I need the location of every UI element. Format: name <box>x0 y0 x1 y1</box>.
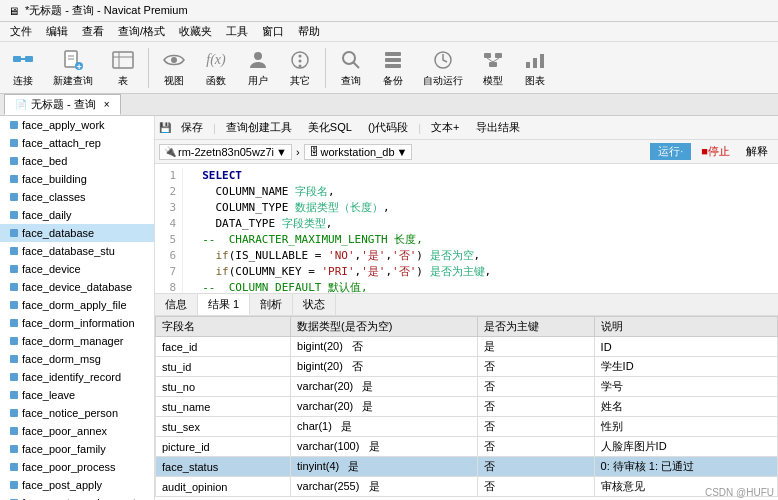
menu-tools[interactable]: 工具 <box>220 22 254 41</box>
sidebar: face_apply_work face_attach_rep face_bed… <box>0 116 155 500</box>
sidebar-item-face-database[interactable]: face_database <box>0 224 154 242</box>
menu-file[interactable]: 文件 <box>4 22 38 41</box>
table-dot-icon <box>10 301 18 309</box>
sidebar-item-face-notice-person[interactable]: face_notice_person <box>0 404 154 422</box>
sidebar-item-face-leave[interactable]: face_leave <box>0 386 154 404</box>
svg-line-18 <box>353 62 359 68</box>
col-header-type: 数据类型(是否为空) <box>291 317 477 337</box>
tab-close-icon[interactable]: × <box>104 99 110 110</box>
toolbar-query-label: 查询 <box>341 74 361 88</box>
cell-primary: 否 <box>477 397 594 417</box>
menu-help[interactable]: 帮助 <box>292 22 326 41</box>
table-row[interactable]: stu_id bigint(20) 否 否 学生ID <box>156 357 778 377</box>
toolbar-backup[interactable]: 备份 <box>374 45 412 91</box>
code-snippet-button[interactable]: ()代码段 <box>362 119 414 136</box>
tab-info[interactable]: 信息 <box>155 294 198 315</box>
table-row[interactable]: stu_no varchar(20) 是 否 学号 <box>156 377 778 397</box>
text-button[interactable]: 文本+ <box>425 119 465 136</box>
menu-favorites[interactable]: 收藏夹 <box>173 22 218 41</box>
query-tab[interactable]: 📄 无标题 - 查询 × <box>4 94 121 115</box>
watermark: CSDN @HUFU <box>705 487 774 498</box>
toolbar-user[interactable]: 用户 <box>239 45 277 91</box>
toolbar-model[interactable]: 模型 <box>474 45 512 91</box>
sidebar-item-face-poor-process[interactable]: face_poor_process <box>0 458 154 476</box>
cell-type: varchar(255) 是 <box>291 477 477 497</box>
svg-text:+: + <box>77 61 82 71</box>
sql-line-1: SELECT <box>189 168 491 184</box>
table-row[interactable]: face_id bigint(20) 否 是 ID <box>156 337 778 357</box>
toolbar-new-query[interactable]: + 新建查询 <box>46 45 100 91</box>
svg-line-26 <box>487 58 493 62</box>
sidebar-item-face-poor-annex[interactable]: face_poor_annex <box>0 422 154 440</box>
table-dot-icon <box>10 463 18 471</box>
sql-content[interactable]: SELECT COLUMN_NAME 字段名, COLUMN_TYPE 数据类型… <box>189 168 491 294</box>
sidebar-item-face-dorm-msg[interactable]: face_dorm_msg <box>0 350 154 368</box>
sql-editor[interactable]: 1234 56789 SELECT COLUMN_NAME 字段名, COLUM… <box>155 164 778 294</box>
table-row[interactable]: stu_name varchar(20) 是 否 姓名 <box>156 397 778 417</box>
sidebar-item-face-attach-rep[interactable]: face_attach_rep <box>0 134 154 152</box>
toolbar-view[interactable]: 视图 <box>155 45 193 91</box>
table-dot-icon <box>10 355 18 363</box>
explain-button[interactable]: 解释 <box>740 143 774 160</box>
table-dot-icon <box>10 481 18 489</box>
svg-rect-20 <box>385 58 401 62</box>
toolbar-autorun[interactable]: 自动运行 <box>416 45 470 91</box>
sidebar-item-face-post-apply[interactable]: face_post_apply <box>0 476 154 494</box>
stop-button[interactable]: ■停止 <box>695 143 736 160</box>
svg-point-15 <box>299 59 302 62</box>
tab-status[interactable]: 状态 <box>293 294 336 315</box>
sidebar-item-face-building[interactable]: face_building <box>0 170 154 188</box>
svg-rect-19 <box>385 52 401 56</box>
table-row[interactable]: audit_opinion varchar(255) 是 否 审核意见 <box>156 477 778 497</box>
svg-rect-24 <box>495 53 502 58</box>
table-row[interactable]: stu_sex char(1) 是 否 性别 <box>156 417 778 437</box>
tab-result1[interactable]: 结果 1 <box>198 294 250 315</box>
toolbar-autorun-label: 自动运行 <box>423 74 463 88</box>
run-button[interactable]: 运行· <box>650 143 691 160</box>
sidebar-item-face-device[interactable]: face_device <box>0 260 154 278</box>
cell-type: bigint(20) 否 <box>291 337 477 357</box>
menu-view[interactable]: 查看 <box>76 22 110 41</box>
save-button[interactable]: 保存 <box>175 119 209 136</box>
toolbar-function[interactable]: f(x) 函数 <box>197 45 235 91</box>
sidebar-item-face-apply-work[interactable]: face_apply_work <box>0 116 154 134</box>
sidebar-item-face-dorm-manager[interactable]: face_dorm_manager <box>0 332 154 350</box>
sidebar-item-face-dorm-apply-file[interactable]: face_dorm_apply_file <box>0 296 154 314</box>
toolbar-query[interactable]: 查询 <box>332 45 370 91</box>
sidebar-item-face-device-database[interactable]: face_device_database <box>0 278 154 296</box>
tab-profile[interactable]: 剖析 <box>250 294 293 315</box>
cell-field: picture_id <box>156 437 291 457</box>
table-dot-icon <box>10 157 18 165</box>
svg-rect-8 <box>113 52 133 68</box>
cell-field: audit_opinion <box>156 477 291 497</box>
beautify-sql-button[interactable]: 美化SQL <box>302 119 358 136</box>
table-row[interactable]: picture_id varchar(100) 是 否 人脸库图片ID <box>156 437 778 457</box>
menu-window[interactable]: 窗口 <box>256 22 290 41</box>
connection-selector[interactable]: 🔌 rm-2zetn83n05wz7i ▼ <box>159 144 292 160</box>
cell-type: bigint(20) 否 <box>291 357 477 377</box>
sidebar-item-face-daily[interactable]: face_daily <box>0 206 154 224</box>
toolbar-other[interactable]: 其它 <box>281 45 319 91</box>
table-dot-icon <box>10 121 18 129</box>
query-builder-button[interactable]: 查询创建工具 <box>220 119 298 136</box>
table-row[interactable]: face_status tinyint(4) 是 否 0: 待审核 1: 已通过 <box>156 457 778 477</box>
sidebar-item-face-identify-record[interactable]: face_identify_record <box>0 368 154 386</box>
toolbar-connect[interactable]: 连接 <box>4 45 42 91</box>
sidebar-item-face-post-employment[interactable]: face_post_employment <box>0 494 154 500</box>
toolbar-chart[interactable]: 图表 <box>516 45 554 91</box>
sidebar-item-face-dorm-information[interactable]: face_dorm_information <box>0 314 154 332</box>
table-dot-icon <box>10 229 18 237</box>
toolbar-backup-label: 备份 <box>383 74 403 88</box>
sidebar-item-face-poor-family[interactable]: face_poor_family <box>0 440 154 458</box>
table-dot-icon <box>10 211 18 219</box>
sidebar-item-face-bed[interactable]: face_bed <box>0 152 154 170</box>
menu-query-format[interactable]: 查询/格式 <box>112 22 171 41</box>
menu-edit[interactable]: 编辑 <box>40 22 74 41</box>
sidebar-item-face-classes[interactable]: face_classes <box>0 188 154 206</box>
table-dot-icon <box>10 409 18 417</box>
export-results-button[interactable]: 导出结果 <box>470 119 526 136</box>
sidebar-item-face-database-stu[interactable]: face_database_stu <box>0 242 154 260</box>
database-selector[interactable]: 🗄 workstation_db ▼ <box>304 144 413 160</box>
connection-icon: 🔌 <box>164 146 176 157</box>
toolbar-table[interactable]: 表 <box>104 45 142 91</box>
